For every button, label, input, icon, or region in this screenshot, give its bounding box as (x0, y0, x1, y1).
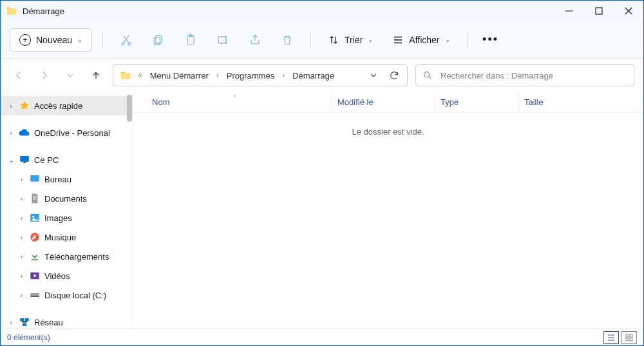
recent-locations-button[interactable] (61, 66, 79, 84)
search-box[interactable] (415, 64, 634, 86)
sort-label: Trier (345, 35, 363, 45)
thumbnails-view-toggle[interactable] (621, 331, 637, 344)
spacer (1, 305, 132, 312)
chevron-right-icon: › (17, 272, 25, 280)
document-icon (29, 193, 41, 204)
up-button[interactable] (87, 66, 105, 84)
svg-rect-20 (20, 318, 24, 322)
empty-folder-message: Le dossier est vide. (133, 127, 643, 137)
svg-point-9 (424, 72, 430, 77)
sidebar-item-desktop[interactable]: › Bureau (1, 169, 132, 189)
sidebar-item-downloads[interactable]: › Téléchargements (1, 247, 132, 266)
sidebar-item-pictures[interactable]: › Images (1, 208, 132, 227)
svg-point-3 (128, 42, 131, 44)
svg-rect-21 (25, 318, 29, 322)
column-header-modified[interactable]: Modifié le (332, 92, 435, 112)
sidebar-item-onedrive[interactable]: › OneDrive - Personal (1, 123, 132, 142)
view-button[interactable]: Afficher ⌄ (386, 27, 456, 53)
svg-point-14 (32, 216, 34, 218)
address-bar[interactable]: « Menu Démarrer › Programmes › Démarrage (113, 64, 408, 86)
sidebar-item-label: Réseau (34, 318, 63, 327)
monitor-icon (19, 154, 30, 166)
column-header-size[interactable]: Taille (519, 92, 583, 112)
sidebar-item-music[interactable]: › Musique (1, 227, 132, 247)
breadcrumb-item[interactable]: Programmes (223, 68, 278, 83)
column-header-name[interactable]: Nom ˄ (152, 92, 332, 112)
column-headers: Nom ˄ Modifié le Type Taille (133, 92, 643, 113)
music-icon (29, 231, 41, 243)
column-header-type[interactable]: Type (435, 92, 519, 112)
copy-button[interactable] (146, 27, 171, 53)
svg-rect-8 (218, 37, 226, 43)
chevron-right-icon: › (7, 129, 15, 137)
sidebar-item-quick-access[interactable]: › Accès rapide (1, 96, 132, 115)
chevron-right-icon: › (215, 71, 220, 80)
svg-rect-4 (156, 35, 162, 43)
forward-button[interactable] (35, 66, 53, 84)
disk-icon (29, 289, 41, 301)
chevron-right-icon: › (7, 318, 15, 326)
close-button[interactable] (614, 1, 643, 21)
share-button[interactable] (242, 27, 268, 53)
back-button[interactable] (10, 66, 28, 84)
address-dropdown-button[interactable] (365, 66, 383, 84)
window-title: Démarrage (23, 6, 64, 16)
chevron-right-icon: › (17, 291, 25, 299)
view-label: Afficher (409, 35, 439, 45)
search-input[interactable] (439, 70, 627, 81)
svg-rect-5 (154, 37, 160, 44)
breadcrumb-item[interactable]: Menu Démarrer (146, 68, 213, 83)
rename-button[interactable] (210, 27, 236, 53)
details-view-toggle[interactable] (603, 331, 619, 344)
cloud-icon (19, 127, 30, 139)
chevron-down-icon: ⌄ (77, 36, 82, 43)
sidebar-item-label: Vidéos (44, 271, 70, 281)
chevron-right-icon: › (17, 195, 25, 202)
maximize-button[interactable] (584, 1, 614, 21)
separator (102, 31, 103, 49)
chevron-down-icon: ⌄ (368, 36, 373, 43)
sidebar-item-local-disk[interactable]: › Disque local (C:) (1, 285, 132, 305)
column-label: Modifié le (337, 97, 374, 107)
sidebar-item-label: Téléchargements (44, 252, 109, 262)
overflow-button[interactable]: ••• (478, 27, 504, 53)
minimize-button[interactable] (554, 1, 584, 21)
folder-icon (6, 5, 17, 17)
item-count: 0 élément(s) (7, 333, 50, 342)
chevron-left-icon: « (137, 71, 144, 80)
separator (310, 31, 311, 49)
toolbar: + Nouveau ⌄ Trier ⌄ Afficher ⌄ ••• (1, 21, 643, 59)
cut-button[interactable] (113, 27, 139, 53)
spacer (1, 115, 132, 123)
paste-button[interactable] (178, 27, 204, 53)
chevron-down-icon: ⌄ (7, 156, 15, 164)
image-icon (29, 212, 41, 224)
chevron-right-icon: › (17, 214, 25, 222)
status-bar: 0 élément(s) (1, 329, 643, 345)
content-area: Nom ˄ Modifié le Type Taille Le dossier … (133, 92, 643, 329)
sidebar-item-this-pc[interactable]: ⌄ Ce PC (1, 150, 132, 169)
sidebar-item-label: Musique (44, 233, 76, 242)
network-icon (19, 316, 30, 328)
sidebar-item-label: Images (44, 213, 72, 223)
svg-point-2 (122, 42, 124, 44)
delete-button[interactable] (274, 27, 300, 53)
sidebar-item-videos[interactable]: › Vidéos (1, 266, 132, 285)
sidebar-item-documents[interactable]: › Documents (1, 189, 132, 208)
navigation-pane[interactable]: › Accès rapide › OneDrive - Personal ⌄ C… (1, 92, 133, 329)
new-button[interactable]: + Nouveau ⌄ (10, 28, 92, 52)
breadcrumb-item[interactable]: Démarrage (289, 68, 338, 83)
desktop-icon (29, 173, 41, 185)
sidebar-item-network[interactable]: › Réseau (1, 312, 132, 329)
body: › Accès rapide › OneDrive - Personal ⌄ C… (1, 92, 643, 329)
chevron-down-icon: ⌄ (445, 36, 450, 43)
refresh-button[interactable] (385, 66, 403, 84)
column-label: Nom (152, 97, 169, 107)
svg-rect-25 (626, 338, 629, 341)
sort-button[interactable]: Trier ⌄ (321, 27, 379, 53)
video-icon (29, 270, 41, 282)
svg-rect-24 (630, 334, 632, 337)
plus-icon: + (19, 34, 31, 46)
sidebar-item-label: OneDrive - Personal (34, 128, 110, 138)
download-icon (29, 251, 41, 262)
